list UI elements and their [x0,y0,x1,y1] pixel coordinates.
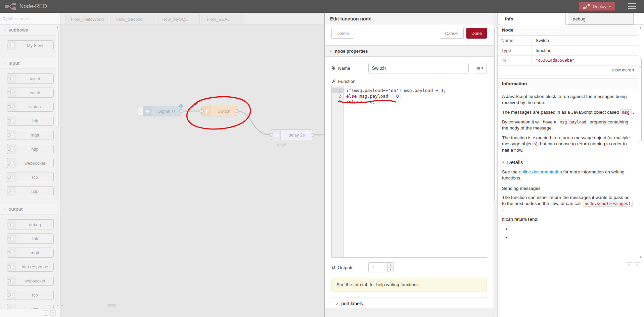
open-window-button[interactable]: ↻ [626,262,632,268]
palette-category-header[interactable]: ∨ input [0,58,57,69]
node-port[interactable] [7,119,11,122]
node-port[interactable] [7,223,11,226]
node-port[interactable] [7,105,11,108]
node-label: Signal ↻ [152,106,181,116]
palette-node[interactable]: ⇄ link [7,233,54,244]
node-port[interactable] [7,77,11,80]
node-port[interactable] [7,190,11,193]
scrollbar-thumb[interactable] [56,31,59,128]
node-port[interactable] [179,109,183,113]
flow-tab[interactable]: Flow_Second [110,14,154,24]
palette-node[interactable]: ⊕ websocket [7,276,54,286]
palette-node[interactable]: ))) tcp [7,290,54,300]
node-port[interactable] [7,251,11,254]
palette-category-header[interactable]: ∨ output [0,204,57,215]
palette-node[interactable]: ⊕ websocket [7,158,54,168]
deploy-caret-icon[interactable]: ▾ [609,5,611,8]
scrollbar-thumb[interactable] [639,58,642,142]
palette-node[interactable]: ⊕ http [7,144,54,154]
deploy-button[interactable]: Deploy ▾ [579,2,615,11]
return-send-list [511,226,634,240]
palette-filter-input[interactable] [8,16,48,21]
info-scrollbar[interactable]: ▲ ≡ ▼ [639,26,642,259]
tray-scrollbar[interactable] [494,13,498,317]
expand-all-button[interactable]: « [50,310,56,316]
flow-canvas[interactable]: ➔ Signal ↻ ƒ Switch ◷ delay 2s reset ◀ [60,24,324,317]
node-port[interactable] [7,294,11,297]
info-paragraph: A JavaScript function block to run again… [502,94,634,106]
tab-debug[interactable]: debug [568,13,634,24]
flow-node-delay[interactable]: ◷ delay 2s [271,129,313,140]
tab-info[interactable]: info [500,13,566,25]
node-port[interactable] [7,91,11,94]
collapse-all-button[interactable]: « [43,310,48,316]
flow-tab[interactable]: Flow_HelloWorld [65,14,109,24]
hamburger-menu-icon[interactable] [628,3,636,10]
scroll-down-arrow-icon[interactable]: ▼ [55,304,59,308]
spinner-up-icon[interactable]: ▲ [388,263,393,268]
node-port[interactable] [7,134,11,137]
line-number: 3 [332,99,343,105]
node-port[interactable] [7,237,11,240]
scrollbar-thumb[interactable] [494,27,497,201]
palette-node[interactable]: ))) udp [7,304,54,309]
palette-node[interactable]: ≡ debug [7,219,54,229]
palette-node[interactable]: ))) udp [7,186,54,196]
online-documentation-link[interactable]: online documentation [519,169,562,174]
changed-indicator-dot [179,104,183,108]
close-panel-button[interactable]: × [634,262,640,268]
node-port[interactable] [7,176,11,179]
details-paragraph: See the online documentation for more in… [502,169,634,181]
function-code-editor[interactable]: 123 if(msg.payload=='on') msg.payload = … [331,86,487,258]
palette-footer: « « [0,309,60,317]
outputs-input[interactable] [368,262,388,272]
node-label: Switch [211,106,237,116]
scroll-down-arrow-icon[interactable]: ▼ [639,256,642,259]
palette-category-header[interactable]: ∨ subflows [0,24,57,36]
node-port[interactable] [311,133,315,137]
section-node-properties[interactable]: ∨ node properties [325,45,494,57]
node-port[interactable] [269,133,273,137]
flow-tab[interactable]: Flow_MySQL [156,14,200,24]
palette-node[interactable]: ⊕ http response [7,262,54,272]
inject-button[interactable] [137,107,143,115]
palette-node[interactable]: ⇄ link [7,116,54,126]
palette-node[interactable]: ! status [7,102,54,112]
editor-code[interactable]: if(msg.payload=='on') msg.payload = 1;el… [344,86,487,257]
name-library-button[interactable]: ▤ ▾ [473,63,487,73]
node-port[interactable] [7,44,11,47]
palette-node[interactable]: ))) tcp [7,172,54,182]
flow-tab[interactable]: Flow_SEAL [201,14,245,24]
scroll-left-arrow-icon[interactable]: ◀ [61,304,63,308]
spinner-down-icon[interactable]: ▼ [388,268,393,272]
palette-node[interactable]: ➔ inject [7,73,54,84]
palette-node[interactable]: ⊞ My Flow [7,40,54,50]
scroll-up-arrow-icon[interactable]: ▲ [55,25,59,29]
scrollbar-thumb[interactable] [107,304,116,307]
node-port[interactable] [7,265,11,268]
palette-node-label: http response [16,262,53,271]
node-port[interactable] [7,162,11,165]
node-port[interactable] [7,148,11,151]
palette-node[interactable]: ))) mqtt [7,248,54,258]
scroll-up-arrow-icon[interactable]: ▲ [639,26,642,30]
delete-button[interactable]: Delete [331,28,354,39]
show-more-link[interactable]: show more ▾ [498,66,638,75]
palette-node[interactable]: ! catch [7,88,54,98]
node-name-input[interactable] [368,63,469,73]
palette-categories: ∨ subflows ⊞ My Flow ∨ input [0,24,57,309]
done-button[interactable]: Done [466,28,487,39]
node-port[interactable] [7,279,11,282]
cancel-button[interactable]: Cancel [440,28,463,39]
palette-node[interactable]: ))) mqtt [7,130,54,140]
node-port[interactable] [235,109,239,113]
flow-node-switch[interactable]: ƒ Switch [201,106,237,116]
palette-scrollbar[interactable]: ▲ ▼ [55,25,59,308]
edit-node-tray: Edit function node Delete Cancel Done ∨ … [324,13,494,317]
details-section-header[interactable]: ∨ Details [502,159,634,165]
table-row: ID "c53014da.569ba" [498,56,638,66]
canvas-horizontal-scrollbar[interactable]: ◀ [60,304,324,308]
flow-node-signal[interactable]: ➔ Signal ↻ [142,106,181,116]
sending-paragraph: The function can either return the messa… [502,195,634,213]
node-port[interactable] [200,109,203,113]
